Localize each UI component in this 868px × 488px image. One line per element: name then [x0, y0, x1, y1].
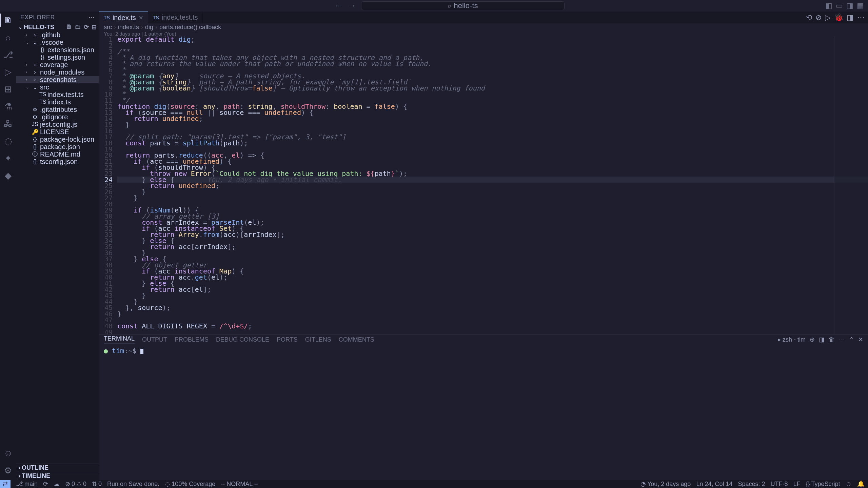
nav-back-icon[interactable]: ←: [333, 1, 344, 10]
coverage-status[interactable]: ◌ 100% Coverage: [165, 480, 215, 488]
tree-item-index-ts[interactable]: TSindex.ts: [16, 98, 99, 106]
tree-item-src[interactable]: ⌄⌄src: [16, 83, 99, 91]
test-icon[interactable]: ⚗: [4, 101, 12, 112]
breadcrumb-segment[interactable]: parts.reduce() callback: [159, 24, 221, 31]
tree-item-screenshots[interactable]: ››screenshots: [16, 76, 99, 83]
run-debug-icon[interactable]: ▷: [5, 67, 12, 77]
code-line[interactable]: }: [117, 122, 868, 128]
remote-explorer-icon[interactable]: 🖧: [4, 119, 13, 129]
search-icon[interactable]: ⌕: [5, 32, 11, 43]
github-icon[interactable]: ◌: [4, 136, 12, 146]
line-blame[interactable]: ◔ You, 2 days ago: [640, 480, 691, 488]
project-header[interactable]: ⌄ HELLO-TS 🗎 🗀 ⟳ ⊟: [16, 23, 99, 31]
command-center[interactable]: ⌕ hello-ts: [361, 1, 565, 10]
explorer-icon[interactable]: 🗎: [4, 15, 13, 25]
ports-status[interactable]: ⇅ 0: [92, 480, 102, 488]
source-control-icon[interactable]: ⎇: [3, 49, 13, 60]
settings-gear-icon[interactable]: ⚙: [4, 465, 12, 476]
notifications-icon[interactable]: 🔔: [857, 480, 865, 488]
code-line[interactable]: return Array.from(acc)[arrIndex];: [117, 231, 868, 238]
maximize-icon[interactable]: ⌃: [849, 336, 854, 343]
toggle-secondary-sidebar-icon[interactable]: ◨: [846, 1, 853, 10]
tree-item--gitattributes[interactable]: ⚙.gitattributes: [16, 106, 99, 113]
toggle-primary-sidebar-icon[interactable]: ◧: [825, 1, 832, 10]
code-line[interactable]: return acc[el];: [117, 286, 868, 292]
panel-tab-ports[interactable]: PORTS: [277, 336, 298, 343]
breadcrumb-segment[interactable]: dig: [145, 24, 153, 31]
run-icon[interactable]: ▷: [825, 13, 831, 22]
close-panel-icon[interactable]: ✕: [858, 336, 863, 343]
refresh-icon[interactable]: ⟳: [84, 23, 89, 31]
tree-item-readme-md[interactable]: ⓘREADME.md: [16, 150, 99, 158]
encoding[interactable]: UTF-8: [771, 481, 788, 488]
code-line[interactable]: * and returns the value under that path …: [117, 61, 868, 67]
feedback-icon[interactable]: ☺: [846, 481, 852, 488]
terminal-shell-label[interactable]: ▸ zsh - tim: [778, 336, 806, 343]
cursor-position[interactable]: Ln 24, Col 14: [696, 481, 732, 488]
panel-tab-problems[interactable]: PROBLEMS: [175, 336, 209, 343]
terminal[interactable]: ● tim:~$: [99, 345, 868, 480]
close-tab-icon[interactable]: ✕: [139, 15, 143, 21]
breadcrumb-segment[interactable]: src: [104, 24, 112, 31]
code-line[interactable]: const parts = splitPath(path);: [117, 140, 868, 146]
code-editor[interactable]: 1234567891011121314151617181920212223242…: [99, 36, 868, 334]
remote-indicator[interactable]: ⇄: [0, 480, 11, 488]
code-content[interactable]: export default dig; /** * A dig function…: [117, 36, 868, 334]
tree-item-jest-config-js[interactable]: JSjest.config.js: [16, 121, 99, 128]
gitlens-icon[interactable]: ✦: [4, 153, 12, 164]
code-line[interactable]: }: [117, 189, 868, 195]
outline-section[interactable]: › OUTLINE: [16, 464, 99, 472]
tab-index-test-ts[interactable]: TSindex.test.ts: [148, 12, 203, 23]
tree-item-tsconfig-json[interactable]: {}tsconfig.json: [16, 158, 99, 165]
tree-item-extensions-json[interactable]: {}extensions.json: [16, 46, 99, 54]
sync-icon[interactable]: ⟳: [43, 480, 48, 488]
code-line[interactable]: } else {: [117, 256, 868, 262]
code-line[interactable]: }: [117, 299, 868, 305]
code-line[interactable]: }: [117, 195, 868, 201]
language-mode[interactable]: {} TypeScript: [806, 481, 840, 488]
code-line[interactable]: }, source);: [117, 305, 868, 311]
panel-tab-terminal[interactable]: TERMINAL: [104, 335, 135, 344]
tree-item-package-json[interactable]: {}package.json: [16, 143, 99, 150]
new-terminal-icon[interactable]: ⊕: [810, 336, 815, 343]
panel-tab-gitlens[interactable]: GITLENS: [305, 336, 331, 343]
extensions-icon[interactable]: ⊞: [4, 84, 12, 95]
tab-index-ts[interactable]: TSindex.ts✕: [99, 12, 148, 23]
tree-item-package-lock-json[interactable]: {}package-lock.json: [16, 136, 99, 143]
account-icon[interactable]: ☺: [4, 448, 13, 459]
code-line[interactable]: [117, 42, 868, 48]
tree-item-settings-json[interactable]: {}settings.json: [16, 54, 99, 61]
code-line[interactable]: } else {: [117, 280, 868, 286]
code-line[interactable]: }: [117, 311, 868, 317]
more-icon[interactable]: ⋯: [857, 13, 865, 22]
eol[interactable]: LF: [793, 481, 801, 488]
toggle-panel-icon[interactable]: ▭: [836, 1, 843, 10]
code-line[interactable]: if (acc === undefined) {: [117, 158, 868, 164]
run-on-save-status[interactable]: Run on Save done.: [107, 481, 159, 488]
panel-tab-comments[interactable]: COMMENTS: [339, 336, 374, 343]
code-line[interactable]: if (acc instanceof Map) {: [117, 268, 868, 274]
split-terminal-icon[interactable]: ◨: [819, 336, 825, 343]
split-icon[interactable]: ◨: [847, 13, 854, 22]
debug-icon[interactable]: 🐞: [834, 13, 843, 22]
kill-terminal-icon[interactable]: 🗑: [829, 336, 835, 343]
indentation[interactable]: Spaces: 2: [738, 481, 765, 488]
breadcrumb-segment[interactable]: index.ts: [118, 24, 139, 31]
tree-item-index-test-ts[interactable]: TSindex.test.ts: [16, 91, 99, 98]
code-line[interactable]: }: [117, 292, 868, 299]
git-branch[interactable]: ⎇ main: [16, 480, 38, 488]
code-line[interactable]: [117, 201, 868, 207]
breadcrumb[interactable]: src›index.ts›dig›parts.reduce() callback: [99, 23, 868, 31]
compare-icon[interactable]: ⟲: [806, 13, 812, 22]
panel-tab-output[interactable]: OUTPUT: [142, 336, 167, 343]
new-file-icon[interactable]: 🗎: [66, 23, 72, 31]
cloud-icon[interactable]: ☁: [54, 480, 60, 488]
rerun-icon[interactable]: ⊘: [815, 13, 822, 22]
tree-item--vscode[interactable]: ⌄⌄.vscode: [16, 39, 99, 46]
docker-icon[interactable]: ◆: [5, 170, 12, 181]
tree-item--gitignore[interactable]: ⚙.gitignore: [16, 113, 99, 121]
tree-item--github[interactable]: ››.github: [16, 31, 99, 39]
more-icon[interactable]: ⋯: [839, 336, 845, 343]
sidebar-more-icon[interactable]: ⋯: [88, 14, 95, 21]
code-line[interactable]: * @param {boolean} [shouldThrow=false] –…: [117, 85, 868, 91]
